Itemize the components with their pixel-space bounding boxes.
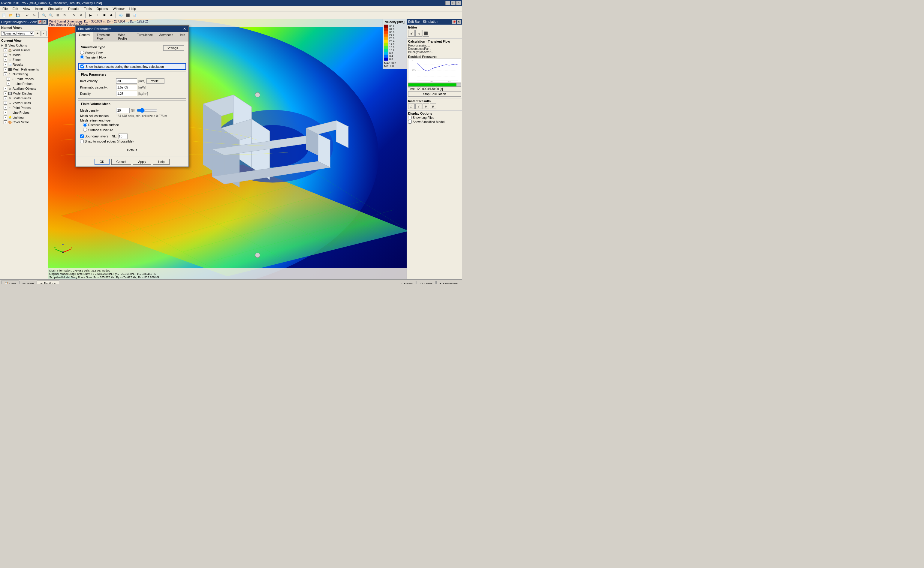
menu-window[interactable]: Window [110, 6, 127, 11]
tree-scalar-fields[interactable]: ✓ ≋ Scalar Fields [0, 96, 48, 101]
inlet-velocity-input[interactable] [116, 78, 137, 84]
show-log-files-checkbox[interactable] [408, 116, 412, 119]
toolbar-rotate[interactable]: ↻ [61, 12, 68, 19]
tab-advanced[interactable]: Advanced [156, 32, 177, 41]
toolbar-select[interactable]: ↖ [71, 12, 77, 19]
toolbar-btn8[interactable]: ⏺ [108, 12, 115, 19]
toolbar-new[interactable]: 📄 [1, 12, 7, 19]
instant-btn-p2[interactable]: p [423, 104, 429, 109]
toolbar-btn6[interactable]: ⏸ [94, 12, 101, 19]
editor-btn2[interactable]: ↘ [415, 30, 422, 36]
dist-from-surface-radio[interactable] [83, 123, 87, 127]
editor-btn3[interactable]: ⬛ [423, 30, 429, 36]
tab-info[interactable]: Info [177, 32, 189, 41]
nl-input[interactable] [119, 133, 128, 139]
menu-simulation[interactable]: Simulation [45, 6, 66, 11]
show-simplified-checkbox[interactable] [408, 120, 412, 124]
minimize-button[interactable]: — [445, 1, 450, 5]
tab-transient-flow[interactable]: Transient Flow [93, 32, 115, 41]
help-button[interactable]: Help [153, 159, 170, 165]
tree-point-probes-1[interactable]: ✓ • Point Probes [0, 77, 48, 81]
tree-lighting[interactable]: ✓ 💡 Lighting [0, 115, 48, 120]
tab-sections[interactable]: ✂ Sections [37, 281, 59, 284]
viewport[interactable]: X Y Z Wind Tunnel Dimensions: Dx = 350.0… [48, 19, 407, 279]
tree-numbering[interactable]: ✓ 1 Numbering [0, 72, 48, 77]
named-views-add[interactable]: + [35, 30, 40, 36]
mesh-density-input[interactable] [116, 108, 130, 113]
maximize-button[interactable]: □ [451, 1, 456, 5]
point-probes1-checkbox[interactable]: ✓ [7, 77, 10, 81]
tree-line-probes-2[interactable]: ✓ — Line Probes [0, 110, 48, 115]
scalar-checkbox[interactable]: ✓ [4, 96, 7, 100]
menu-file[interactable]: File [0, 6, 10, 11]
toolbar-redo[interactable]: ↪ [31, 12, 38, 19]
mesh-ref-checkbox[interactable]: ✓ [4, 68, 7, 71]
aux-objects-checkbox[interactable]: ✓ [4, 87, 7, 90]
named-views-select[interactable]: No named views [1, 31, 34, 36]
toolbar-wind[interactable]: 💨 [118, 12, 124, 19]
settings-button[interactable]: Settings... [163, 45, 184, 51]
menu-view[interactable]: View [21, 6, 33, 11]
stop-calculation-button[interactable]: Stop Calculation [408, 91, 461, 97]
apply-button[interactable]: Apply [133, 159, 151, 165]
tree-point-probes-2[interactable]: ✓ • Point Probes [0, 105, 48, 110]
tab-zones[interactable]: ⬡ Zones [417, 281, 436, 284]
right-panel-close[interactable]: ✕ [457, 20, 461, 24]
toolbar-zoom-in[interactable]: 🔍 [41, 12, 47, 19]
toolbar-btn7[interactable]: ⏹ [101, 12, 108, 19]
tree-line-probes-1[interactable]: ✓ — Line Probes [0, 81, 48, 86]
model-checkbox[interactable]: ✓ [4, 53, 7, 57]
tree-results[interactable]: ✓ 📊 Results [0, 62, 48, 67]
ok-button[interactable]: OK [95, 159, 110, 165]
right-panel-pin[interactable]: 📌 [452, 20, 456, 24]
transient-flow-radio[interactable] [80, 55, 84, 59]
tree-color-scale[interactable]: ✓ 🎨 Color Scale [0, 120, 48, 124]
default-button[interactable]: Default [122, 147, 142, 153]
line-probes1-checkbox[interactable]: ✓ [7, 82, 10, 86]
tab-turbulence[interactable]: Turbulence [134, 32, 156, 41]
tab-data[interactable]: 📋 Data [1, 281, 19, 284]
left-panel-pin[interactable]: 📌 [38, 20, 42, 24]
profile-button[interactable]: Profile... [146, 78, 165, 84]
line-probes2-checkbox[interactable]: ✓ [4, 111, 7, 114]
toolbar-undo[interactable]: ↩ [24, 12, 30, 19]
menu-tools[interactable]: Tools [82, 6, 94, 11]
toolbar-move[interactable]: ✥ [78, 12, 85, 19]
boundary-layers-checkbox[interactable] [80, 134, 84, 138]
model-display-checkbox[interactable]: ✓ [4, 92, 7, 95]
results-checkbox[interactable]: ✓ [4, 63, 7, 66]
close-button[interactable]: ✕ [456, 1, 461, 5]
toolbar-mesh[interactable]: ⬛ [125, 12, 131, 19]
show-instant-checkbox[interactable] [80, 65, 85, 68]
tree-auxiliary-objects[interactable]: ✓ ◇ Auxiliary Objects [0, 86, 48, 91]
tree-wind-tunnel[interactable]: ✓ 🏠 Wind Tunnel [0, 48, 48, 53]
dialog-close-button[interactable]: ✕ [183, 27, 186, 31]
mesh-density-slider[interactable] [137, 108, 157, 113]
surface-curvature-radio[interactable] [83, 128, 87, 132]
numbering-checkbox[interactable]: ✓ [4, 72, 7, 76]
tree-view-options[interactable]: ▶ 🖥 View Options [0, 43, 48, 48]
tab-simulation[interactable]: ▶ Simulation [436, 281, 461, 284]
wind-tunnel-checkbox[interactable]: ✓ [4, 48, 7, 52]
instant-btn-p3[interactable]: p [430, 104, 436, 109]
tree-zones[interactable]: ✓ ⬡ Zones [0, 57, 48, 62]
cancel-button[interactable]: Cancel [111, 159, 131, 165]
tree-model[interactable]: ✓ □ Model [0, 53, 48, 57]
point-probes2-checkbox[interactable]: ✓ [4, 106, 7, 110]
color-scale-checkbox[interactable]: ✓ [4, 120, 7, 124]
snap-to-edges-checkbox[interactable] [80, 139, 84, 143]
lighting-checkbox[interactable]: ✓ [4, 116, 7, 119]
tab-model[interactable]: □ Model [398, 281, 416, 284]
toolbar-btn5[interactable]: ▶ [87, 12, 94, 19]
menu-help[interactable]: Help [127, 6, 139, 11]
steady-flow-radio[interactable] [80, 51, 84, 54]
tree-vector-fields[interactable]: ✓ → Vector Fields [0, 101, 48, 105]
instant-btn-p1[interactable]: p [408, 104, 415, 109]
toolbar-result[interactable]: 📊 [131, 12, 138, 19]
named-views-del[interactable]: × [41, 30, 47, 36]
instant-btn-v[interactable]: v [415, 104, 422, 109]
menu-edit[interactable]: Edit [10, 6, 21, 11]
menu-options[interactable]: Options [94, 6, 110, 11]
tab-wind-profile[interactable]: Wind Profile [115, 32, 134, 41]
toolbar-zoom-out[interactable]: 🔍 [47, 12, 54, 19]
